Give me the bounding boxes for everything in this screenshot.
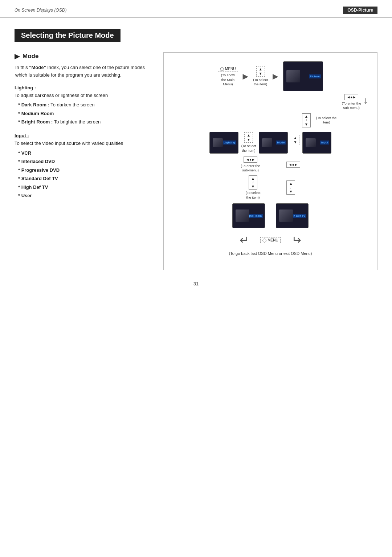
up-5-icon: ▲ [251,176,255,180]
mode-thumbnail: Mode [259,132,288,154]
page-number: 31 [15,281,377,286]
high-def-thumbnail: High Def TV [276,203,309,228]
lighting-desc: To adjust darkness or lightness of the s… [15,92,152,99]
picture-thumbnail: Picture [283,61,323,91]
mode-label-thumb: Mode [276,141,286,145]
sdtv-bold: * Standard Def TV [18,176,58,181]
caption-enter-submenu-1: (To enter thesub-menu) [342,101,361,110]
diagram-row-2: ◄●► (To enter thesub-menu) ↓ [169,94,372,110]
mode-header: ▶ Mode [15,52,152,60]
cube-icon-6 [279,210,293,222]
vert-sep: / [306,119,307,122]
nav-col-2: ▲ ▼ (To selectthe item) [241,132,256,153]
arrow-right-1-icon: ► [241,72,250,81]
cube-icon-4 [306,138,316,147]
high-def-thumb-col: High Def TV [276,203,309,228]
down-6-icon: ▼ [289,190,293,194]
input-item-progressive: * Progressive DVD [18,167,152,174]
header-left-text: On Screen Displays (OSD) [15,8,66,13]
picture-thumb-col: Picture [283,61,323,91]
left-column: ▶ Mode In this "Mode" Index, you can sel… [15,52,152,201]
input-desc: To select the video input source with va… [15,140,152,147]
up-down-keys-2: ▲ / ▼ [302,113,311,127]
bright-room-inner: Bright Room [233,204,265,228]
enter-icon-3: ◄●► [289,163,298,167]
down-3-icon: ▼ [247,138,250,142]
ud-col-right: ▲ / ▼ [286,180,295,195]
medium-room-bold: * Medium Room [18,111,54,116]
mode-arrow-icon: ▶ [15,52,20,60]
input-thumb-inner: Input [303,132,331,153]
enter-sub-col-right: ◄●► [286,162,300,168]
interlaced-bold: * Interlaced DVD [18,159,55,164]
menu-bottom-text: ◯ MENU [262,238,278,242]
mode-description: In this "Mode" Index, you can select one… [15,64,152,79]
cube-icon-5 [236,210,249,222]
enter-key-1: ◄●► [344,94,358,100]
lighting-thumb-inner: Lighting [210,132,238,153]
up-arrow-icon: ▲ [259,67,262,71]
high-def-inner: High Def TV [276,204,308,228]
dark-room-bold: * Dark Room : [18,102,49,107]
picture-thumb-inner: Picture [283,62,323,91]
nav-keys-col: ▲ ▼ (To selectthe item) [253,66,268,87]
input-item-hdtv: * High Def TV [18,184,152,191]
progressive-bold: * Progressive DVD [18,167,60,173]
enter-key-3: ◄●► [286,162,300,168]
down-arrow-icon: ▼ [259,72,262,76]
diagram-row-8: ↵ ◯ MENU ↵ [169,233,372,247]
caption-select-3: (To selectthe item) [241,144,256,153]
lighting-thumb-col: Lighting [209,132,238,154]
enter-sub-col-1: ◄●► (To enter thesub-menu) [342,94,361,110]
input-label: Input : [15,133,152,138]
bottom-note: (To go back last OSD Menu or exit OSD Me… [229,251,312,256]
enter-key-2: ◄●► [244,156,257,163]
input-thumbnail: Input [302,132,331,154]
bright-room-thumbnail: Bright Room [232,203,265,228]
diagram-row-4: Lighting ▲ ▼ (To selectthe item) [169,132,372,154]
caption-to-select-item: (To selectthe item) [253,78,268,87]
sep-6: / [290,186,291,189]
caption-to-show-menu: (To showthe MainMenu) [221,73,235,86]
sep-5: / [253,181,253,184]
arrow-down-1-icon: ↓ [363,95,368,105]
bright-room-bold: * Bright Room : [18,119,53,125]
menu-text: ◯ MENU [220,67,236,71]
up-down-keys-right: ▲ / ▼ [286,180,295,195]
diagram-row-3: ▲ / ▼ (To select the item) [169,113,372,127]
content-layout: ▶ Mode In this "Mode" Index, you can sel… [15,52,377,270]
up-4-icon: ▲ [293,136,297,140]
caption-enter-sub-2: (To enter thesub-menu) [241,164,260,173]
lighting-thumbnail: Lighting [209,132,238,154]
up-down-keys-left: ▲ / ▼ [249,175,257,190]
osd-diagram: ◯ MENU (To showthe MainMenu) ► ▲ ▼ (To s… [169,60,372,256]
down-4-icon: ▼ [293,140,297,144]
enter-left-icon: ◄●► [347,95,356,99]
hdtv-bold: * High Def TV [18,184,48,190]
down-5-icon: ▼ [251,184,255,188]
input-item-sdtv: * Standard Def TV [18,175,152,182]
cube-icon-3 [262,138,272,147]
menu-icon-col: ◯ MENU (To showthe MainMenu) [218,66,238,86]
user-bold: * User [18,193,32,198]
mode-thumb-col: Mode [259,132,288,154]
up-arrow-2-icon: ▲ [305,114,308,118]
header-right-badge: OSD-Picture [343,7,377,14]
diagram-row-7: Bright Room High Def TV [169,203,372,228]
vcr-bold: * VCR [18,150,31,156]
lighting-item-1: * Dark Room : To darken the screen [18,101,152,109]
bright-room-thumb-col: Bright Room [232,203,265,228]
right-diagram-column: ◯ MENU (To showthe MainMenu) ► ▲ ▼ (To s… [163,52,377,270]
lighting-label-thumb: Lighting [222,141,236,145]
enter-sub-col-left: ◄●► (To enter thesub-menu) [241,156,260,173]
input-label-thumb: Input [320,141,330,145]
main-content: Selecting the Picture Mode ▶ Mode In thi… [0,18,392,301]
curved-arrow-right-icon: ↵ [291,233,301,247]
menu-button-icon: ◯ MENU [218,66,238,72]
arrow1-col: ► [241,72,250,81]
caption-select-4: (To selectthe item) [246,191,261,200]
up-down-nav-keys: ▲ ▼ [256,66,265,77]
enter-icon-2: ◄●► [246,158,255,162]
up-down-nav-2: ▲ ▼ [244,132,253,143]
down-arrow-2-icon: ▼ [305,122,308,126]
